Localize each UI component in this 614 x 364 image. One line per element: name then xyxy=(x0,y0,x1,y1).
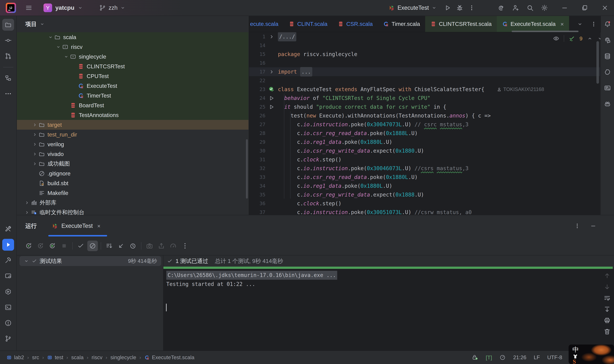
tree-item-13[interactable]: 成功截图 xyxy=(17,159,249,169)
ai-assistant-button[interactable] xyxy=(498,4,505,12)
tree-item-executetest[interactable]: ExecuteTest xyxy=(17,81,249,91)
test-console[interactable]: C:\Users\26586\.jdks\temurin-17.0.16\bin… xyxy=(163,269,614,351)
chevron-down-icon[interactable] xyxy=(55,43,62,51)
test-results-row[interactable]: 测试结果 9秒 414毫秒 xyxy=(19,256,161,266)
tab-options-button[interactable] xyxy=(590,21,597,27)
tree-item-17[interactable]: 外部库 xyxy=(17,198,249,208)
code-with-me-button[interactable] xyxy=(512,4,519,12)
breadcrumb-item-executetest.scala[interactable]: ExecuteTest.scala xyxy=(144,354,195,361)
problems-tool-button[interactable] xyxy=(2,317,14,329)
chevron-right-icon[interactable] xyxy=(23,209,31,215)
project-panel-header[interactable]: 项目 xyxy=(17,16,249,32)
debug-button[interactable] xyxy=(456,4,463,12)
profiler-gauge-icon[interactable] xyxy=(499,354,506,361)
sort-by-alphabet-button[interactable] xyxy=(104,241,114,251)
project-tree-scrollbar[interactable] xyxy=(246,139,248,199)
tree-item-singlecycle[interactable]: singlecycle xyxy=(17,52,249,62)
chevron-right-icon[interactable] xyxy=(31,150,39,158)
tree-item-boardtest[interactable]: BoardTest xyxy=(17,100,249,110)
gutter-run-icon[interactable] xyxy=(265,103,278,111)
gutter-fold-icon[interactable] xyxy=(265,67,278,76)
breadcrumb-item-lab2[interactable]: lab2 xyxy=(6,354,24,361)
chevron-right-icon[interactable] xyxy=(31,160,39,168)
build-tools-tool-button[interactable] xyxy=(2,223,14,235)
database-tool-button[interactable] xyxy=(603,52,612,61)
maximize-button[interactable] xyxy=(581,4,588,12)
more-run-options-button[interactable] xyxy=(468,4,475,11)
gutter-fold-icon[interactable] xyxy=(265,32,278,41)
tree-item-testannotations[interactable]: TestAnnotations xyxy=(17,110,249,120)
build-tool-button[interactable] xyxy=(2,254,14,266)
breadcrumb-item-riscv[interactable]: riscv xyxy=(92,354,102,361)
project-widget[interactable]: Y yatcpu xyxy=(43,3,83,12)
prev-problem-button[interactable] xyxy=(587,36,593,41)
chevron-down-icon[interactable] xyxy=(47,34,54,41)
run-configuration-selector[interactable]: ExecuteTest xyxy=(389,4,437,11)
clear-button[interactable] xyxy=(603,328,611,335)
close-icon[interactable]: × xyxy=(97,223,100,229)
run-tool-button[interactable] xyxy=(2,239,14,251)
terminal-tool-button[interactable] xyxy=(2,301,14,313)
run-panel-options-button[interactable] xyxy=(574,223,580,229)
print-button[interactable] xyxy=(603,317,611,324)
run-button[interactable] xyxy=(444,4,451,12)
run-tab-executetest[interactable]: ExecuteTest × xyxy=(52,222,101,229)
tree-item-target[interactable]: target xyxy=(17,120,249,130)
sort-by-duration-button[interactable] xyxy=(128,241,138,251)
line-separator-widget[interactable]: LF xyxy=(534,354,540,361)
tab-timer.scala[interactable]: Timer.scala xyxy=(378,16,425,32)
project-tool-button[interactable] xyxy=(2,19,14,31)
chevron-down-icon[interactable] xyxy=(63,53,70,60)
ai-assistant-tool-button[interactable] xyxy=(603,36,612,45)
file-encoding-widget[interactable]: UTF-8 xyxy=(547,354,562,361)
lock-icon[interactable] xyxy=(472,354,478,361)
more-vertical-button[interactable] xyxy=(180,241,190,251)
tree-item-clintcsrtest[interactable]: CLINTCSRTest xyxy=(17,62,249,71)
branch-widget[interactable]: zzh xyxy=(99,4,126,11)
soft-wrap-button[interactable] xyxy=(603,294,611,302)
chevron-right-icon[interactable] xyxy=(23,199,31,207)
gutter-run-icon[interactable] xyxy=(265,94,278,103)
input-method-widget[interactable]: 中 S xyxy=(569,345,614,364)
assistant-robot-tool-button[interactable] xyxy=(603,100,612,109)
chevron-right-icon[interactable] xyxy=(31,131,39,138)
translation-plugin-badge[interactable]: [T] xyxy=(486,354,492,361)
tab-clintcsrtest.scala[interactable]: CLINTCSRTest.scala xyxy=(425,16,497,32)
minimize-button[interactable] xyxy=(561,4,568,12)
search-everywhere-button[interactable] xyxy=(526,4,534,12)
sbt-tool-button[interactable] xyxy=(2,270,14,282)
tree-item-cputest[interactable]: CPUTest xyxy=(17,71,249,81)
tab-list-chevron-button[interactable] xyxy=(577,21,583,27)
tree-item-verilog[interactable]: verilog xyxy=(17,139,249,149)
editor-scrollbar[interactable] xyxy=(596,41,599,84)
breadcrumb-item-src[interactable]: src xyxy=(32,354,39,361)
rerun-button[interactable] xyxy=(23,241,34,251)
settings-button[interactable] xyxy=(541,4,548,12)
sort-by-declaration-button[interactable] xyxy=(116,241,126,251)
notifications-tool-button[interactable] xyxy=(603,20,612,29)
hide-panel-button[interactable] xyxy=(590,223,596,229)
version-control-tool-button[interactable] xyxy=(2,333,14,345)
inspections-widget[interactable]: 9 xyxy=(553,35,603,42)
tree-item-18[interactable]: 临时文件和控制台 xyxy=(17,208,249,215)
gutter-pass-icon[interactable] xyxy=(265,85,278,94)
tree-item-riscv[interactable]: riscv xyxy=(17,42,249,52)
tree-item-timertest[interactable]: TimerTest xyxy=(17,91,249,100)
breadcrumb-item-scala[interactable]: scala xyxy=(71,354,84,361)
tree-item-scala[interactable]: scala xyxy=(17,32,249,42)
reader-mode-eye-icon[interactable] xyxy=(553,35,559,42)
chevron-right-icon[interactable] xyxy=(31,141,39,148)
tab-scrollbar[interactable] xyxy=(512,31,578,32)
tab-clint.scala[interactable]: CLINT.scala xyxy=(283,16,333,32)
chevron-right-icon[interactable] xyxy=(31,121,39,129)
tree-item-makefile[interactable]: Makefile xyxy=(17,188,249,198)
more-tool-button[interactable] xyxy=(2,88,14,100)
tree-item-test_run_dir[interactable]: test_run_dir xyxy=(17,130,249,139)
tree-item-.gitignore[interactable]: .gitignore xyxy=(17,169,249,178)
pull-requests-tool-button[interactable] xyxy=(2,50,14,62)
services-tool-button[interactable] xyxy=(2,286,14,298)
auto-rerun-button[interactable] xyxy=(47,241,57,251)
tab-ecute.scala[interactable]: ecute.scala xyxy=(249,16,283,32)
tree-item-build.sbt[interactable]: build.sbt xyxy=(17,178,249,188)
tab-executetest.scala[interactable]: ExecuteTest.scala× xyxy=(497,16,569,32)
